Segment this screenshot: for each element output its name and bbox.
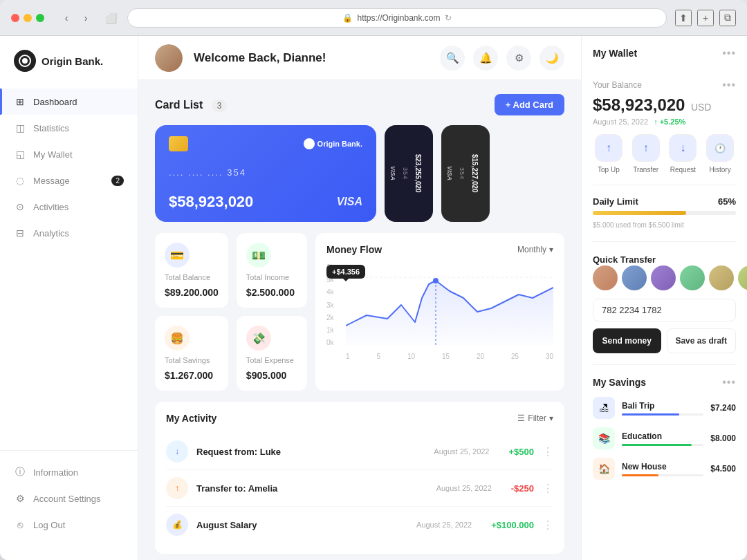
url-bar[interactable]: 🔒 https://Originbank.com ↻ [127,8,667,28]
message-icon: ◌ [14,174,26,187]
transfer-avatar-1[interactable] [593,265,618,290]
save-draft-button[interactable]: Save as draft [667,328,737,353]
salary-icon: 💰 [172,520,183,530]
main-content: Welcome Back, Dianne! 🔍 🔔 ⚙ 🌙 Card List … [138,36,581,560]
logout-icon: ⎋ [14,519,26,531]
search-button[interactable]: 🔍 [440,46,465,71]
balance-date-row: August 25, 2022 ↑ +5.25% [593,118,736,126]
sidebar-item-message[interactable]: ◌ Message 2 [0,167,138,194]
dot-minimize[interactable] [24,14,32,22]
transfer-buttons: Send money Save as draft [593,328,736,353]
sidebar-item-information[interactable]: ⓘ Information [0,459,138,485]
sidebar-item-dashboard[interactable]: ⊞ Dashboard [0,88,138,115]
notification-button[interactable]: 🔔 [473,46,498,71]
header-icons: 🔍 🔔 ⚙ 🌙 [440,46,564,71]
money-flow-filter[interactable]: Monthly ▾ [517,245,553,254]
daily-limit-title: Daily Limit [593,196,638,207]
card-secondary-2[interactable]: $15,227,020 354 VISA ◎ [441,125,490,222]
y-label-3k: 3k [326,301,334,309]
action-history[interactable]: 🕐 History [704,134,736,174]
expense-icon: 💸 [252,332,266,345]
savings-info-0: Bali Trip [622,401,703,416]
browser-actions: ⬆ + ⧉ [675,10,736,26]
savings-progress-1 [622,444,703,446]
chart-svg [346,263,553,346]
stat-value-savings: $1.267.000 [165,370,219,381]
sidebar-item-account-settings[interactable]: ⚙ Account Settings [0,485,138,512]
action-transfer[interactable]: ↑ Transfer [630,134,662,174]
balance-change: ↑ +5.25% [654,118,685,126]
activity-icon-2: 💰 [166,514,188,536]
theme-toggle[interactable]: 🌙 [540,46,564,71]
nav-section: ⊞ Dashboard ◫ Statistics ◱ My Wallet ◌ M… [0,88,138,450]
card-brand: VISA [337,196,362,208]
tooltip-value: +$4.356 [326,265,365,279]
balance-icon: 💳 [170,249,184,262]
sidebar-label-dashboard: Dashboard [33,97,77,107]
content-area: Card List 3 + Add Card Origin Bank. [138,80,581,560]
tabs-button[interactable]: ⧉ [719,10,736,26]
main-card[interactable]: Origin Bank. .... .... .... 354 $58,923,… [155,125,376,222]
sidebar-toggle[interactable]: ⬜ [102,10,119,26]
education-icon: 📚 [593,427,615,449]
browser-dots [11,14,44,22]
savings-info-2: New House [622,462,703,476]
house-savings-icon: 🏠 [598,463,610,474]
sidebar: Origin Bank. ⊞ Dashboard ◫ Statistics ◱ … [0,36,138,560]
stat-label-expense: Total Expense [246,356,297,364]
mid-section: 💳 Total Balance $89.200.000 💵 Total Inco… [155,233,564,391]
cards-row: Origin Bank. .... .... .... 354 $58,923,… [155,125,564,222]
reload-icon[interactable]: ↻ [445,13,452,23]
activity-date-2: August 25, 2022 [416,521,472,529]
savings-info-1: Education [622,431,703,446]
transfer-avatar-3[interactable] [651,265,676,290]
activity-filter-btn[interactable]: ☰ Filter ▾ [517,413,553,423]
activity-more-2[interactable]: ⋮ [542,519,553,532]
dot-maximize[interactable] [36,14,44,22]
savings-bar-2 [622,474,658,476]
action-request[interactable]: ↓ Request [667,134,699,174]
send-money-button[interactable]: Send money [593,328,661,353]
activity-more-1[interactable]: ⋮ [542,482,553,495]
sidebar-item-analytics[interactable]: ⊟ Analytics [0,220,138,246]
transfer-avatar-2[interactable] [622,265,647,290]
daily-limit-header: Daily Limit 65% [593,196,736,207]
stat-icon-expense: 💸 [246,326,271,351]
activity-header: My Activity ☰ Filter ▾ [166,413,553,424]
wallet-more-icon[interactable]: ••• [722,47,736,59]
browser-nav: ‹ › [58,10,94,26]
card-s2-amount: $15,227,020 [471,154,479,193]
x-label-30: 30 [546,353,553,360]
savings-name-2: New House [622,462,703,472]
add-card-button[interactable]: + Add Card [495,94,564,115]
activity-name-1: Transfer to: Amelia [196,483,428,494]
share-button[interactable]: ⬆ [675,10,692,26]
house-icon: 🏠 [593,458,615,480]
new-tab-button[interactable]: + [697,10,714,26]
logo: Origin Bank. [0,50,138,88]
dot-close[interactable] [11,14,19,22]
action-top-up[interactable]: ↑ Top Up [593,134,625,174]
activity-more-0[interactable]: ⋮ [542,445,553,458]
card-secondary-1[interactable]: $23,255,020 354 VISA [385,125,433,222]
settings-button[interactable]: ⚙ [506,46,531,71]
sidebar-item-statistics[interactable]: ◫ Statistics [0,115,138,141]
sidebar-item-my-wallet[interactable]: ◱ My Wallet [0,141,138,167]
savings-more[interactable]: ••• [722,376,736,389]
daily-limit-pct: 65% [718,196,736,207]
divider-1 [593,185,736,185]
transfer-account-input[interactable] [593,299,736,321]
forward-button[interactable]: › [77,10,94,26]
balance-more[interactable]: ••• [722,79,736,91]
transfer-avatar-6[interactable] [738,265,747,290]
stat-icon-savings: 🍔 [165,326,190,351]
back-button[interactable]: ‹ [58,10,75,26]
balance-amount-row: $58,923,020 USD [593,95,736,115]
sidebar-item-logout[interactable]: ⎋ Log Out [0,512,138,538]
card-chip [169,136,188,151]
transfer-avatar-5[interactable] [709,265,734,290]
logo-symbol [19,55,31,67]
transfer-avatar-4[interactable] [680,265,705,290]
sidebar-item-activities[interactable]: ⊙ Activities [0,194,138,220]
savings-name-1: Education [622,431,703,441]
